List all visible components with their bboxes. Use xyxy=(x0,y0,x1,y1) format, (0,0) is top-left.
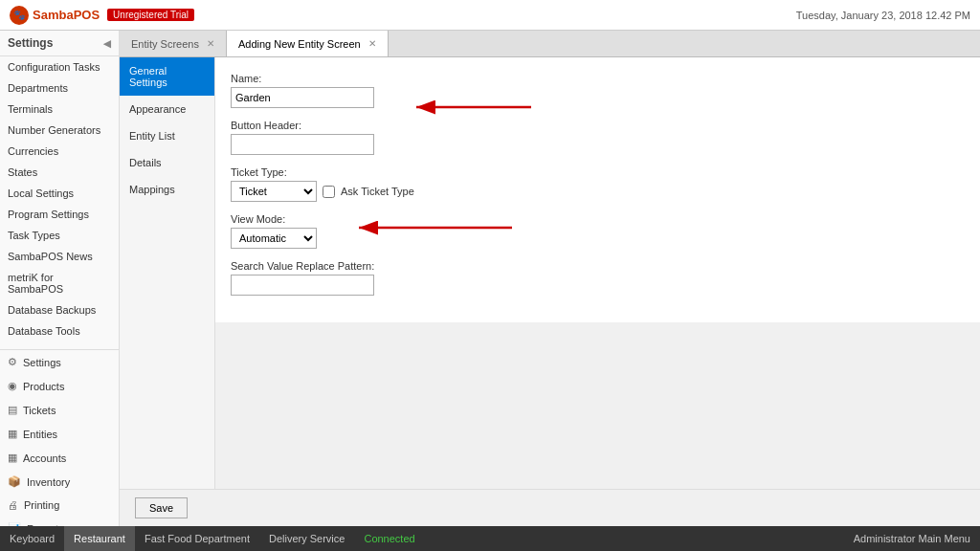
inventory-icon: 📦 xyxy=(8,475,21,488)
tab-adding-new-entity-screen[interactable]: Adding New Entity Screen ✕ xyxy=(227,31,389,56)
left-sidebar: Settings ◀ Configuration Tasks Departmen… xyxy=(0,31,120,526)
button-header-input[interactable] xyxy=(231,134,374,155)
settings-icon: ⚙ xyxy=(8,356,17,368)
ticket-type-group: Ticket Type: Ticket Ask Ticket Type xyxy=(231,166,965,202)
view-mode-group: View Mode: Automatic Manual xyxy=(231,213,965,249)
sidebar-item-local-settings[interactable]: Local Settings xyxy=(0,183,119,204)
tab-entity-screens-label: Entity Screens xyxy=(131,38,199,50)
ticket-type-label: Ticket Type: xyxy=(231,166,965,178)
sidebar-item-currencies[interactable]: Currencies xyxy=(0,141,119,162)
sidebar-item-departments[interactable]: Departments xyxy=(0,77,119,99)
status-bar: Keyboard Restaurant Fast Food Department… xyxy=(0,526,980,551)
products-icon: ◉ xyxy=(8,380,17,392)
sidebar-item-sambapos-news[interactable]: SambaPOS News xyxy=(0,246,119,267)
logo: 🐾 SambaPOS xyxy=(10,6,100,25)
sidebar-nav-tickets[interactable]: ▤ Tickets xyxy=(0,398,119,422)
ticket-type-select[interactable]: Ticket xyxy=(231,181,317,202)
sidebar-item-metrik[interactable]: metriK for SambaPOS xyxy=(0,267,119,299)
datetime: Tuesday, January 23, 2018 12.42 PM xyxy=(796,10,970,21)
name-input[interactable] xyxy=(231,87,374,108)
sidebar-nav-products[interactable]: ◉ Products xyxy=(0,374,119,398)
split-content: General Settings Appearance Entity List … xyxy=(120,57,980,489)
status-bar-right: Administrator Main Menu xyxy=(854,533,980,544)
ask-ticket-type-label: Ask Ticket Type xyxy=(341,186,414,197)
sidebar-nav-inventory[interactable]: 📦 Inventory xyxy=(0,470,119,494)
view-mode-select[interactable]: Automatic Manual xyxy=(231,228,317,249)
save-button[interactable]: Save xyxy=(135,497,188,518)
sidebar-item-task-types[interactable]: Task Types xyxy=(0,225,119,246)
sub-sidebar-general[interactable]: General Settings xyxy=(120,57,214,96)
top-bar: 🐾 SambaPOS Unregistered Trial Tuesday, J… xyxy=(0,0,980,31)
nav-accounts-label: Accounts xyxy=(23,452,66,464)
tab-bar: Entity Screens ✕ Adding New Entity Scree… xyxy=(120,31,980,57)
tab-adding-close[interactable]: ✕ xyxy=(368,38,376,49)
sidebar-item-number-generators[interactable]: Number Generators xyxy=(0,120,119,141)
sidebar-title: Settings xyxy=(8,36,53,50)
tab-entity-screens-close[interactable]: ✕ xyxy=(207,38,214,49)
sidebar-item-db-backups[interactable]: Database Backups xyxy=(0,299,119,320)
nav-entities-label: Entities xyxy=(23,429,57,440)
view-mode-label: View Mode: xyxy=(231,213,965,225)
sub-sidebar-entity-list[interactable]: Entity List xyxy=(120,122,214,149)
sidebar-nav-reports[interactable]: 📊 Reports xyxy=(0,517,119,526)
form-area: Name: Button Header: Ticket Type: Tick xyxy=(215,57,980,322)
sub-sidebar-appearance[interactable]: Appearance xyxy=(120,96,214,122)
sidebar-nav-printing[interactable]: 🖨 Printing xyxy=(0,494,119,517)
sidebar-close-icon[interactable]: ◀ xyxy=(103,38,111,49)
printing-icon: 🖨 xyxy=(8,499,18,511)
ask-ticket-type-checkbox[interactable] xyxy=(323,186,335,198)
sidebar-nav: ⚙ Settings ◉ Products ▤ Tickets ▦ Entiti… xyxy=(0,349,119,526)
logo-icon: 🐾 xyxy=(10,6,29,25)
sidebar-nav-settings[interactable]: ⚙ Settings xyxy=(0,350,119,374)
save-bar: Save xyxy=(120,489,980,526)
sidebar-item-program-settings[interactable]: Program Settings xyxy=(0,204,119,225)
name-group: Name: xyxy=(231,73,965,108)
form-area-wrapper: Name: Button Header: Ticket Type: Tick xyxy=(215,57,980,489)
trial-badge: Unregistered Trial xyxy=(107,9,194,21)
tickets-icon: ▤ xyxy=(8,404,17,416)
status-fast-food[interactable]: Fast Food Department xyxy=(135,526,259,551)
entities-icon: ▦ xyxy=(8,428,17,440)
main-layout: Settings ◀ Configuration Tasks Departmen… xyxy=(0,31,980,526)
nav-products-label: Products xyxy=(23,381,64,392)
button-header-label: Button Header: xyxy=(231,120,965,131)
nav-printing-label: Printing xyxy=(24,499,59,511)
nav-settings-label: Settings xyxy=(23,357,61,368)
status-delivery[interactable]: Delivery Service xyxy=(259,526,354,551)
sidebar-item-terminals[interactable]: Terminals xyxy=(0,99,119,120)
status-keyboard[interactable]: Keyboard xyxy=(0,526,64,551)
search-value-label: Search Value Replace Pattern: xyxy=(231,260,965,272)
ticket-type-row: Ticket Ask Ticket Type xyxy=(231,181,965,202)
sub-sidebar-mappings[interactable]: Mappings xyxy=(120,176,214,203)
content-area: Entity Screens ✕ Adding New Entity Scree… xyxy=(120,31,980,526)
nav-inventory-label: Inventory xyxy=(27,476,70,488)
nav-tickets-label: Tickets xyxy=(23,405,56,416)
sidebar-header: Settings ◀ xyxy=(0,31,119,56)
sidebar-item-db-tools[interactable]: Database Tools xyxy=(0,320,119,342)
sambapos-brand: SambaPOS xyxy=(33,8,100,22)
sub-sidebar-details[interactable]: Details xyxy=(120,149,214,176)
sub-sidebar: General Settings Appearance Entity List … xyxy=(120,57,215,489)
top-bar-left: 🐾 SambaPOS Unregistered Trial xyxy=(10,6,194,25)
sidebar-item-states[interactable]: States xyxy=(0,162,119,183)
name-label: Name: xyxy=(231,73,965,84)
status-restaurant[interactable]: Restaurant xyxy=(64,526,135,551)
status-connected: Connected xyxy=(354,526,424,551)
sidebar-item-config[interactable]: Configuration Tasks xyxy=(0,56,119,77)
search-value-input[interactable] xyxy=(231,275,374,296)
sidebar-nav-entities[interactable]: ▦ Entities xyxy=(0,422,119,446)
tab-adding-label: Adding New Entity Screen xyxy=(238,38,361,50)
sidebar-nav-accounts[interactable]: ▦ Accounts xyxy=(0,446,119,470)
button-header-group: Button Header: xyxy=(231,120,965,155)
tab-entity-screens[interactable]: Entity Screens ✕ xyxy=(120,31,227,56)
search-value-group: Search Value Replace Pattern: xyxy=(231,260,965,296)
accounts-icon: ▦ xyxy=(8,452,17,464)
